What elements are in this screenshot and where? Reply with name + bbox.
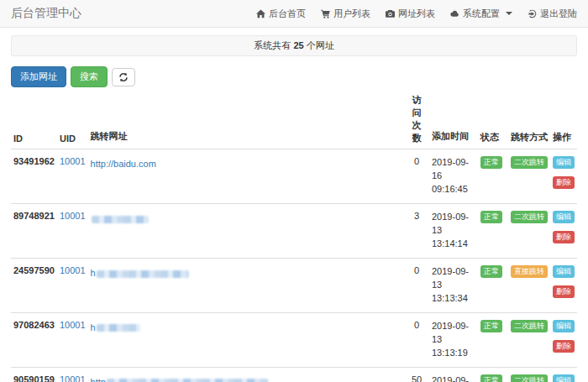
- row-visits: 3: [404, 204, 429, 259]
- row-id: 97082463: [11, 312, 57, 367]
- row-added: 2019-09-13 13:07:39: [429, 367, 478, 382]
- row-visits: 0: [404, 149, 429, 204]
- status-badge: 正常: [480, 374, 502, 382]
- camera-icon: [386, 9, 395, 18]
- row-added-time: 13:13:34: [432, 292, 475, 306]
- method-badge: 二次跳转: [511, 374, 548, 382]
- row-added-date: 2019-09-13: [432, 374, 475, 382]
- row-url-link[interactable]: h: [91, 268, 190, 278]
- edit-button[interactable]: 编辑: [553, 374, 575, 382]
- edit-button[interactable]: 编辑: [553, 156, 575, 169]
- row-uid-link[interactable]: 10001: [60, 374, 86, 382]
- chevron-down-icon: [506, 12, 512, 15]
- method-badge: 二次跳转: [511, 156, 548, 169]
- table-body: 93491962 10001 http://baidu.com 0 2019-0…: [11, 149, 577, 382]
- summary-text-after: 个网址: [307, 40, 334, 50]
- cloud-icon: [450, 9, 459, 18]
- row-id: 90590159: [11, 367, 57, 382]
- header-status: 状态: [478, 89, 508, 149]
- nav-item-users[interactable]: 用户列表: [313, 8, 378, 20]
- nav-item-config[interactable]: 系统配置: [443, 8, 520, 20]
- row-added: 2019-09-13 13:13:19: [429, 312, 478, 367]
- header-ops: 操作: [550, 89, 577, 149]
- row-visits: 50: [404, 367, 429, 382]
- row-uid-link[interactable]: 10001: [60, 156, 86, 166]
- row-added-date: 2019-09-13: [432, 211, 475, 238]
- row-visits: 0: [404, 312, 429, 367]
- row-url-link[interactable]: [91, 213, 150, 223]
- row-added-time: 13:13:19: [432, 347, 475, 360]
- nav-item-logout[interactable]: 退出登陆: [520, 8, 577, 20]
- row-added-date: 2019-09-13: [432, 265, 475, 292]
- add-url-button[interactable]: 添加网址: [11, 66, 66, 87]
- nav-item-label: 退出登陆: [540, 8, 577, 20]
- row-id: 24597590: [11, 259, 57, 313]
- edit-button[interactable]: 编辑: [553, 320, 575, 332]
- row-id: 89748921: [11, 204, 57, 259]
- method-badge: 二次跳转: [511, 320, 548, 332]
- refresh-icon: [118, 72, 129, 82]
- status-badge: 正常: [480, 211, 502, 223]
- header-visits: 访问次数: [404, 89, 429, 149]
- nav-item-label: 后台首页: [269, 8, 306, 20]
- delete-button[interactable]: 删除: [553, 340, 575, 353]
- row-uid-link[interactable]: 10001: [60, 265, 86, 275]
- row-id: 93491962: [11, 149, 57, 204]
- table-row: 97082463 10001 h 0 2019-09-13 13:13:19 正…: [11, 312, 577, 367]
- row-url-link[interactable]: http: [91, 377, 269, 382]
- row-added: 2019-09-13 13:13:34: [429, 259, 478, 313]
- header-method: 跳转方式: [508, 89, 550, 149]
- delete-button[interactable]: 删除: [553, 231, 575, 243]
- row-visits: 0: [404, 259, 429, 313]
- status-badge: 正常: [480, 320, 502, 332]
- delete-button[interactable]: 删除: [553, 176, 575, 189]
- header-url: 跳转网址: [88, 89, 404, 149]
- row-url-link[interactable]: http://baidu.com: [91, 159, 156, 169]
- nav-item-home[interactable]: 后台首页: [249, 8, 313, 20]
- row-added-time: 13:14:14: [432, 238, 475, 251]
- url-table: ID UID 跳转网址 访问次数 添加时间 状态 跳转方式 操作 9349196…: [11, 89, 577, 382]
- summary-bar: 系统共有 25 个网址: [11, 35, 577, 56]
- header-uid: UID: [57, 89, 88, 149]
- status-badge: 正常: [480, 156, 502, 169]
- row-added: 2019-09-16 09:16:45: [429, 149, 478, 204]
- summary-text-before: 系统共有: [254, 40, 291, 50]
- table-header-row: ID UID 跳转网址 访问次数 添加时间 状态 跳转方式 操作: [11, 89, 577, 149]
- row-uid-link[interactable]: 10001: [60, 320, 86, 330]
- nav-menu: 后台首页 用户列表 网址列表 系统配置 退出登陆: [249, 8, 577, 20]
- edit-button[interactable]: 编辑: [553, 211, 575, 223]
- summary-count: 25: [293, 40, 303, 50]
- row-added-time: 09:16:45: [432, 183, 475, 196]
- refresh-button[interactable]: [112, 68, 135, 86]
- header-id: ID: [11, 89, 57, 149]
- row-url-link[interactable]: h: [91, 322, 141, 332]
- nav-item-label: 用户列表: [333, 8, 370, 20]
- table-row: 90590159 10001 http 50 2019-09-13 13:07:…: [11, 367, 577, 382]
- nav-item-label: 网址列表: [398, 8, 435, 20]
- logout-icon: [528, 9, 537, 18]
- nav-item-label: 系统配置: [463, 8, 500, 20]
- search-button[interactable]: 搜索: [71, 66, 108, 87]
- home-icon: [256, 9, 265, 18]
- status-badge: 正常: [480, 265, 502, 278]
- method-badge: 直接跳转: [511, 265, 548, 278]
- table-row: 24597590 10001 h 0 2019-09-13 13:13:34 正…: [11, 259, 577, 313]
- edit-button[interactable]: 编辑: [553, 265, 575, 278]
- row-added-date: 2019-09-16: [432, 156, 475, 183]
- nav-item-urls[interactable]: 网址列表: [378, 8, 443, 20]
- row-uid-link[interactable]: 10001: [60, 211, 86, 221]
- row-added-date: 2019-09-13: [432, 320, 475, 347]
- toolbar: 添加网址 搜索: [11, 66, 577, 87]
- delete-button[interactable]: 删除: [553, 285, 575, 298]
- table-row: 89748921 10001 3 2019-09-13 13:14:14 正常 …: [11, 204, 577, 259]
- method-badge: 二次跳转: [511, 211, 548, 223]
- cart-icon: [321, 9, 330, 18]
- brand-title[interactable]: 后台管理中心: [11, 6, 81, 21]
- table-row: 93491962 10001 http://baidu.com 0 2019-0…: [11, 149, 577, 204]
- row-added: 2019-09-13 13:14:14: [429, 204, 478, 259]
- header-added: 添加时间: [429, 89, 478, 149]
- navbar: 后台管理中心 后台首页 用户列表 网址列表 系统配置 退出登陆: [0, 0, 588, 28]
